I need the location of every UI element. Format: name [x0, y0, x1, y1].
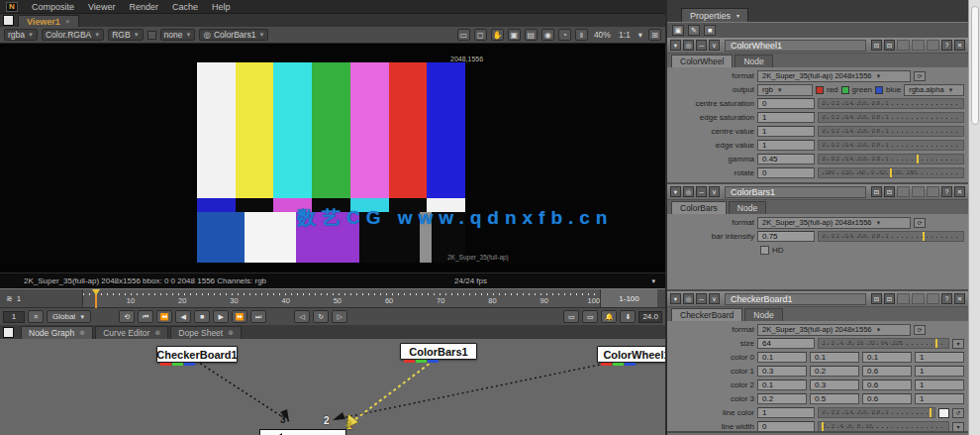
- bar-intensity-field[interactable]: 0.75: [757, 231, 815, 242]
- roi-icon[interactable]: ▭: [457, 29, 470, 41]
- lut-dropdown[interactable]: none▼: [160, 29, 196, 41]
- menu-cache[interactable]: Cache: [172, 2, 198, 12]
- tab-node[interactable]: Node: [729, 201, 766, 214]
- slider-handle[interactable]: [923, 232, 925, 242]
- format-dropdown[interactable]: 2K_Super_35(full-ap) 2048x1556▼: [757, 324, 911, 336]
- frame-range-mode-dropdown[interactable]: Global▼: [47, 310, 91, 323]
- grid-icon[interactable]: ⊞: [648, 29, 661, 41]
- pan-icon[interactable]: ✋: [491, 29, 504, 41]
- timeline-ruler[interactable]: ≋ 1 102030405060708090100 1-100: [0, 288, 665, 307]
- help-button[interactable]: ?: [941, 293, 952, 304]
- menu-composite[interactable]: Composite: [32, 2, 74, 12]
- loop-mode-button[interactable]: ⟲: [119, 310, 135, 323]
- node-name-field[interactable]: ColorBars1: [725, 186, 866, 198]
- float-panel-icon[interactable]: ⊡: [871, 293, 882, 304]
- view-node-dropdown[interactable]: ◎ColorBars1▼: [199, 29, 268, 41]
- layer-dropdown[interactable]: rgba▼: [4, 29, 38, 41]
- color2-a-field[interactable]: 1: [915, 380, 964, 390]
- play-backward-button[interactable]: ◀: [175, 310, 191, 323]
- zoom-ratio-label[interactable]: 1:1: [617, 30, 633, 40]
- node-checkerboard1[interactable]: CheckerBoard1: [156, 346, 238, 363]
- float-panel-icon[interactable]: ⊡: [871, 40, 882, 51]
- expand-panel-icon[interactable]: ⊡: [884, 293, 895, 304]
- color2-r-field[interactable]: 0.1: [757, 380, 807, 390]
- format-dropdown[interactable]: 2K_Super_35(full-ap) 2048x1556▼: [757, 70, 911, 82]
- stop-button[interactable]: ■: [194, 310, 210, 323]
- float-panel-icon[interactable]: ⊡: [871, 186, 882, 197]
- color3-a-field[interactable]: 1: [915, 393, 964, 404]
- loop-toggle-button[interactable]: ↻: [313, 310, 329, 323]
- green-channel-checkbox[interactable]: [841, 86, 849, 94]
- color2-g-field[interactable]: 0.3: [810, 380, 859, 390]
- clip-warning-icon[interactable]: ▣: [508, 29, 521, 41]
- play-forward-button[interactable]: ▶: [213, 310, 229, 323]
- pane-icon[interactable]: [3, 15, 14, 26]
- tab-checkerboard[interactable]: CheckerBoard: [671, 308, 742, 321]
- chevron-down-icon[interactable]: ▾: [670, 186, 681, 197]
- reload-format-button[interactable]: ⟳: [914, 325, 926, 335]
- color0-b-field[interactable]: 0.1: [862, 352, 912, 363]
- viewer-canvas[interactable]: 2048,1556 2K_Super_35(full-ap) 数艺CG www.…: [0, 44, 665, 272]
- center-node-icon[interactable]: ◎: [683, 186, 694, 197]
- goto-start-button[interactable]: ⏮: [138, 310, 153, 323]
- frame-range-box[interactable]: 1-100: [600, 289, 657, 307]
- channels-dropdown[interactable]: Color.RGBA▼: [42, 29, 104, 41]
- close-icon[interactable]: ⊗: [154, 329, 160, 337]
- chevron-down-icon[interactable]: ▾: [670, 40, 681, 51]
- display-channels-dropdown[interactable]: RGB▼: [108, 29, 143, 41]
- clear-all-icon[interactable]: ■: [704, 25, 716, 36]
- close-panel-button[interactable]: ✕: [954, 186, 965, 197]
- tab-node[interactable]: Node: [735, 54, 772, 67]
- size-options-button[interactable]: ▾: [952, 339, 964, 349]
- line-color-field[interactable]: 1: [757, 407, 815, 418]
- overlay-icon[interactable]: ▤: [525, 29, 538, 41]
- color1-g-field[interactable]: 0.2: [810, 366, 859, 377]
- chevron-down-icon[interactable]: ▾: [670, 293, 681, 304]
- line-color-slider[interactable]: 0 · 0.2 · 0.4 · 0.6 · 0.8 · 1: [818, 407, 935, 418]
- size-field[interactable]: 64: [757, 338, 815, 349]
- tab-colorwheel[interactable]: ColorWheel: [671, 54, 733, 67]
- rotate-slider[interactable]: -180 · -120 · -60 · 0 · 60 · 120 · 180: [818, 167, 964, 178]
- tab-properties[interactable]: Properties ▾: [681, 8, 748, 22]
- render-download-icon[interactable]: ⬇: [620, 310, 636, 323]
- gamma-slider[interactable]: 0 · 0.2 · 0.4 · 0.6 · 0.8 · 1: [818, 154, 964, 164]
- help-button[interactable]: ?: [941, 40, 952, 51]
- reload-format-button[interactable]: ⟳: [914, 71, 926, 81]
- slider-handle[interactable]: [917, 155, 919, 164]
- tab-colorbars[interactable]: ColorBars: [671, 201, 727, 214]
- close-icon[interactable]: ⊗: [79, 329, 85, 337]
- timeline-options-icon[interactable]: ≋: [6, 294, 13, 303]
- pause-icon[interactable]: ‖: [575, 29, 588, 41]
- tab-dope-sheet[interactable]: Dope Sheet⊗: [170, 326, 242, 339]
- line-width-field[interactable]: 0: [757, 421, 815, 432]
- color0-g-field[interactable]: 0.1: [810, 352, 859, 363]
- color1-b-field[interactable]: 0.6: [862, 366, 912, 377]
- size-slider[interactable]: 1 · 2 · 4 · 8 · 16 · 32 · 64 · 128: [818, 338, 949, 349]
- goto-end-button[interactable]: ⏭: [250, 310, 266, 323]
- fps-field[interactable]: 24.0: [638, 311, 662, 323]
- format-dropdown[interactable]: 2K_Super_35(full-ap) 2048x1556▼: [757, 217, 911, 229]
- color1-a-field[interactable]: 1: [915, 366, 964, 377]
- centre-value-slider[interactable]: 0 · 0.2 · 0.4 · 0.6 · 0.8 · 1: [818, 126, 964, 137]
- edge-saturation-slider[interactable]: 0 · 0.2 · 0.4 · 0.6 · 0.8 · 1: [818, 112, 964, 123]
- zoom-percent-label[interactable]: 40%: [592, 30, 613, 40]
- slider-handle[interactable]: [935, 339, 937, 349]
- menu-help[interactable]: Help: [212, 2, 231, 12]
- close-icon[interactable]: ×: [65, 17, 70, 26]
- centre-saturation-field[interactable]: 0: [757, 98, 815, 109]
- layout-icon[interactable]: ▣: [672, 25, 684, 36]
- chevron-down-icon[interactable]: ▾: [651, 277, 655, 285]
- line-color-swatch[interactable]: [938, 408, 949, 418]
- play-forward-fast-button[interactable]: ⏩: [232, 310, 247, 323]
- edge-value-slider[interactable]: 0 · 0.2 · 0.4 · 0.6 · 0.8 · 1: [818, 140, 964, 151]
- color3-g-field[interactable]: 0.5: [810, 393, 859, 404]
- bar-intensity-slider[interactable]: 0 · 0.2 · 0.4 · 0.6 · 0.8 · 1: [818, 231, 964, 242]
- chevron-down-icon[interactable]: ▾: [637, 30, 644, 40]
- gamma-icon[interactable]: ◔: [558, 29, 571, 41]
- color-swatch-icon[interactable]: ∨: [709, 293, 720, 304]
- help-button[interactable]: ?: [941, 186, 952, 197]
- color-swatch-icon[interactable]: ∨: [709, 186, 720, 197]
- pin-icon[interactable]: ✎: [688, 25, 700, 36]
- color3-b-field[interactable]: 0.6: [862, 393, 912, 404]
- node-colorwheel1[interactable]: ColorWheel1: [597, 346, 665, 363]
